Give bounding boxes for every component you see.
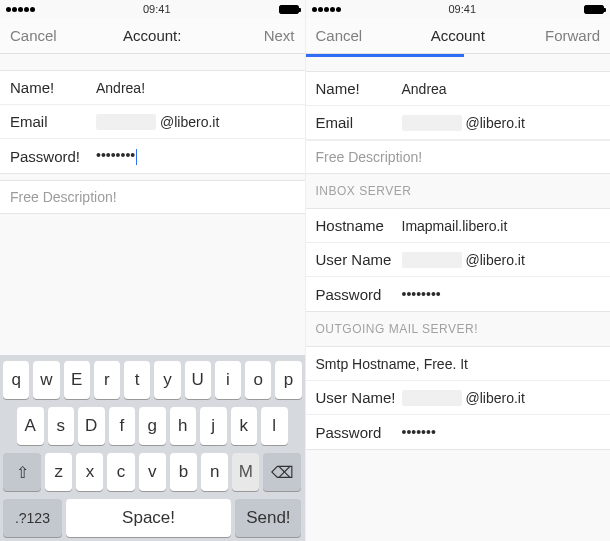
key-u[interactable]: U — [185, 361, 211, 399]
key-i[interactable]: i — [215, 361, 241, 399]
email-domain: @libero.it — [466, 115, 601, 131]
outgoing-server-header: OUTGOING MAIL SERVER! — [306, 312, 611, 340]
key-delete[interactable]: ⌫ — [263, 453, 301, 491]
key-c[interactable]: c — [107, 453, 134, 491]
key-n[interactable]: n — [201, 453, 228, 491]
screen-right: 09:41 Cancel Account Forward Name! Andre… — [305, 0, 611, 541]
password-field[interactable]: •••••••• — [96, 147, 295, 164]
status-time: 09:41 — [143, 3, 171, 15]
text-cursor — [136, 149, 137, 165]
outgoing-server-section: Smtp Hostname, Free. It User Name! @libe… — [306, 346, 611, 450]
status-bar: 09:41 — [306, 0, 611, 18]
name-field[interactable]: Andrea — [402, 81, 601, 97]
key-l[interactable]: l — [261, 407, 288, 445]
smtp-user-blur — [402, 390, 462, 406]
inbox-host-label: Hostname — [316, 217, 402, 234]
key-w[interactable]: w — [33, 361, 59, 399]
key-x[interactable]: x — [76, 453, 103, 491]
key-a[interactable]: A — [17, 407, 44, 445]
cancel-button[interactable]: Cancel — [10, 27, 105, 44]
key-g[interactable]: g — [139, 407, 166, 445]
shift-icon: ⇧ — [16, 463, 29, 482]
key-q[interactable]: q — [3, 361, 29, 399]
key-j[interactable]: j — [200, 407, 227, 445]
inbox-server-section: Hostname Imapmail.libero.it User Name @l… — [306, 208, 611, 312]
signal-icon — [6, 7, 35, 12]
description-field[interactable]: Free Description! — [306, 140, 611, 173]
key-send[interactable]: Send! — [235, 499, 301, 537]
smtp-user-label: User Name! — [316, 389, 402, 406]
status-time: 09:41 — [448, 3, 476, 15]
key-m[interactable]: M — [232, 453, 259, 491]
key-numbers[interactable]: .?123 — [3, 499, 62, 537]
email-label: Email — [316, 114, 402, 131]
key-t[interactable]: t — [124, 361, 150, 399]
status-bar: 09:41 — [0, 0, 305, 18]
inbox-server-header: INBOX SERVER — [306, 174, 611, 202]
nav-title: Account: — [105, 27, 200, 44]
inbox-user-field[interactable]: @libero.it — [402, 252, 601, 268]
delete-icon: ⌫ — [271, 463, 294, 482]
name-field[interactable]: Andrea! — [96, 80, 295, 96]
inbox-pass-label: Password — [316, 286, 402, 303]
key-y[interactable]: y — [154, 361, 180, 399]
account-form: Name! Andrea! Email @libero.it Password!… — [0, 70, 305, 174]
email-label: Email — [10, 113, 96, 130]
keyboard-row-1: q w E r t y U i o p — [3, 361, 302, 399]
inbox-user-blur — [402, 252, 462, 268]
name-label: Name! — [316, 80, 402, 97]
key-space[interactable]: Space! — [66, 499, 231, 537]
inbox-pass-field[interactable]: •••••••• — [402, 286, 601, 302]
inbox-host-field[interactable]: Imapmail.libero.it — [402, 218, 601, 234]
email-user-blur — [96, 114, 156, 130]
key-h[interactable]: h — [170, 407, 197, 445]
key-o[interactable]: o — [245, 361, 271, 399]
name-label: Name! — [10, 79, 96, 96]
keyboard-row-2: A s D f g h j k l — [3, 407, 302, 445]
progress-bar — [306, 54, 464, 57]
smtp-user-field[interactable]: @libero.it — [402, 390, 601, 406]
inbox-user-domain: @libero.it — [466, 252, 601, 268]
key-s[interactable]: s — [48, 407, 75, 445]
battery-icon — [584, 5, 604, 14]
inbox-user-label: User Name — [316, 251, 402, 268]
email-user-blur — [402, 115, 462, 131]
email-field[interactable]: @libero.it — [96, 114, 295, 130]
screen-left: 09:41 Cancel Account: Next Name! Andrea!… — [0, 0, 305, 541]
smtp-pass-label: Password — [316, 424, 402, 441]
keyboard: q w E r t y U i o p A s D f g h j k l ⇧ … — [0, 355, 305, 541]
keyboard-row-4: .?123 Space! Send! — [3, 499, 302, 537]
key-e[interactable]: E — [64, 361, 90, 399]
battery-icon — [279, 5, 299, 14]
key-p[interactable]: p — [275, 361, 301, 399]
nav-bar: Cancel Account: Next — [0, 18, 305, 54]
key-f[interactable]: f — [109, 407, 136, 445]
nav-title: Account — [410, 27, 505, 44]
signal-icon — [312, 7, 341, 12]
keyboard-row-3: ⇧ z x c v b n M ⌫ — [3, 453, 302, 491]
description-field[interactable]: Free Description! — [0, 181, 305, 213]
smtp-pass-field[interactable]: ••••••• — [402, 424, 601, 440]
smtp-host-field[interactable]: Smtp Hostname, Free. It — [316, 356, 601, 372]
email-domain: @libero.it — [160, 114, 295, 130]
nav-bar: Cancel Account Forward — [306, 18, 611, 54]
password-label: Password! — [10, 148, 96, 165]
key-v[interactable]: v — [139, 453, 166, 491]
key-d[interactable]: D — [78, 407, 105, 445]
key-shift[interactable]: ⇧ — [3, 453, 41, 491]
forward-button[interactable]: Forward — [505, 27, 600, 44]
key-z[interactable]: z — [45, 453, 72, 491]
cancel-button[interactable]: Cancel — [316, 27, 411, 44]
key-b[interactable]: b — [170, 453, 197, 491]
key-r[interactable]: r — [94, 361, 120, 399]
key-k[interactable]: k — [231, 407, 258, 445]
email-field[interactable]: @libero.it — [402, 115, 601, 131]
smtp-user-domain: @libero.it — [466, 390, 601, 406]
next-button[interactable]: Next — [200, 27, 295, 44]
account-form: Name! Andrea Email @libero.it Free Descr… — [306, 71, 611, 174]
